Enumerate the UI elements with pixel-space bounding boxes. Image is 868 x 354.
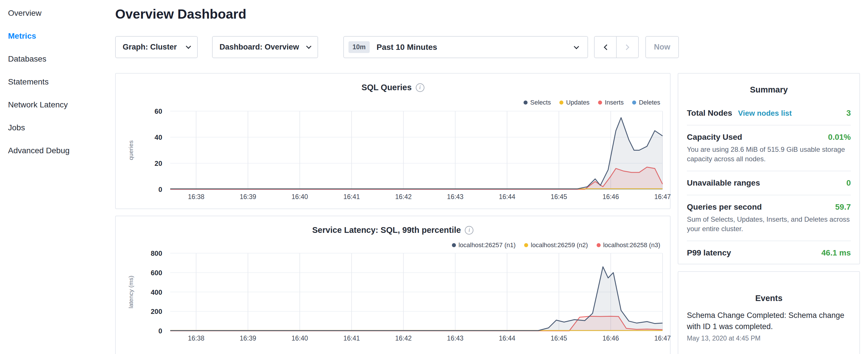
chart-title: SQL Queries — [361, 83, 411, 92]
svg-text:16:45: 16:45 — [551, 334, 567, 342]
svg-text:16:38: 16:38 — [188, 193, 205, 200]
now-button[interactable]: Now — [645, 36, 679, 58]
svg-text:16:38: 16:38 — [188, 334, 205, 342]
svg-text:16:41: 16:41 — [343, 193, 360, 200]
sidebar-item-databases[interactable]: Databases — [0, 47, 115, 70]
chevron-down-icon — [186, 43, 191, 49]
svg-text:0: 0 — [158, 186, 162, 193]
legend-label: localhost:26259 (n2) — [531, 242, 588, 249]
summary-label: P99 latency — [687, 248, 731, 257]
svg-text:20: 20 — [154, 160, 162, 167]
svg-text:200: 200 — [151, 308, 162, 315]
svg-text:16:42: 16:42 — [395, 334, 412, 342]
legend-dot-icon — [559, 100, 563, 104]
svg-text:600: 600 — [151, 269, 162, 277]
summary-value: 46.1 ms — [821, 248, 851, 257]
legend-dot-icon — [597, 243, 601, 247]
svg-text:16:47: 16:47 — [654, 334, 671, 342]
graph-scope-dropdown[interactable]: Graph: Cluster — [115, 36, 198, 58]
view-nodes-list-link[interactable]: View nodes list — [738, 109, 792, 118]
summary-label: Total Nodes — [687, 108, 732, 118]
now-button-label: Now — [654, 43, 670, 52]
legend-item[interactable]: localhost:26257 (n1) — [452, 242, 516, 249]
info-icon[interactable] — [416, 83, 425, 92]
sidebar-item-advanced-debug[interactable]: Advanced Debug — [0, 139, 115, 162]
service-latency-chart-card: Service Latency: SQL, 99th percentile lo… — [115, 216, 671, 354]
summary-value: 0.01% — [828, 133, 851, 142]
legend-item[interactable]: Deletes — [632, 99, 660, 106]
svg-text:queries: queries — [127, 140, 134, 160]
chevron-right-icon — [624, 44, 629, 50]
svg-text:16:39: 16:39 — [240, 193, 256, 200]
sidebar-item-jobs[interactable]: Jobs — [0, 116, 115, 139]
chart-legend: SelectsUpdatesInsertsDeletes — [524, 99, 660, 106]
chart-legend: localhost:26257 (n1)localhost:26259 (n2)… — [452, 242, 660, 249]
chart-title: Service Latency: SQL, 99th percentile — [312, 225, 461, 235]
summary-label: Capacity Used — [687, 133, 742, 142]
sql-queries-chart[interactable]: 020406016:3816:3916:4016:4116:4216:4316:… — [116, 74, 671, 210]
summary-row-queries-per-second: Queries per second 59.7 Sum of Selects, … — [687, 195, 851, 241]
legend-dot-icon — [598, 100, 602, 104]
legend-dot-icon — [632, 100, 636, 104]
chevron-down-icon — [574, 44, 579, 49]
summary-title: Summary — [687, 85, 851, 95]
svg-text:16:46: 16:46 — [602, 193, 619, 200]
summary-row-total-nodes: Total Nodes View nodes list 3 — [687, 101, 851, 125]
svg-text:16:43: 16:43 — [447, 334, 464, 342]
graph-scope-label: Graph: Cluster — [123, 43, 177, 52]
svg-text:800: 800 — [151, 250, 162, 257]
dashboard-dropdown[interactable]: Dashboard: Overview — [212, 36, 318, 58]
legend-item[interactable]: localhost:26259 (n2) — [524, 242, 588, 249]
svg-text:16:45: 16:45 — [551, 193, 567, 200]
chart-header: Service Latency: SQL, 99th percentile — [116, 225, 670, 235]
chart-header: SQL Queries — [116, 83, 670, 92]
sidebar-item-metrics[interactable]: Metrics — [0, 25, 115, 47]
legend-label: Updates — [566, 99, 589, 106]
svg-text:16:44: 16:44 — [499, 334, 516, 342]
legend-label: Selects — [530, 99, 551, 106]
time-step-back-button[interactable] — [594, 36, 617, 58]
time-range-label: Past 10 Minutes — [376, 43, 437, 52]
summary-label: Queries per second — [687, 202, 762, 212]
chevron-down-icon — [306, 43, 311, 49]
svg-text:16:39: 16:39 — [240, 334, 256, 342]
svg-text:16:46: 16:46 — [602, 334, 619, 342]
svg-text:0: 0 — [158, 327, 162, 335]
time-step-forward-button[interactable] — [616, 36, 639, 58]
legend-dot-icon — [524, 243, 528, 247]
svg-text:latency (ms): latency (ms) — [127, 276, 134, 308]
legend-label: Deletes — [639, 99, 660, 106]
sidebar-item-network-latency[interactable]: Network Latency — [0, 93, 115, 116]
legend-label: localhost:26257 (n1) — [459, 242, 516, 249]
summary-value: 3 — [846, 108, 851, 118]
page-title: Overview Dashboard — [115, 6, 246, 22]
legend-item[interactable]: Inserts — [598, 99, 624, 106]
event-timestamp: May 13, 2020 at 4:45 PM — [687, 334, 851, 342]
svg-text:16:47: 16:47 — [654, 193, 671, 200]
legend-label: localhost:26258 (n3) — [603, 242, 660, 249]
time-range-badge: 10m — [348, 41, 370, 53]
time-step-buttons — [594, 36, 639, 58]
svg-text:16:40: 16:40 — [291, 193, 308, 200]
svg-text:16:42: 16:42 — [395, 193, 412, 200]
event-message: Schema Change Completed: Schema change w… — [687, 310, 851, 332]
main-content: Overview Dashboard Graph: Cluster Dashbo… — [115, 0, 671, 354]
legend-item[interactable]: Updates — [559, 99, 589, 106]
event-item[interactable]: Schema Change Completed: Schema change w… — [687, 310, 851, 342]
legend-item[interactable]: Selects — [524, 99, 551, 106]
events-title: Events — [687, 294, 851, 303]
summary-value: 0 — [846, 179, 851, 188]
svg-text:40: 40 — [154, 133, 162, 141]
sidebar-item-statements[interactable]: Statements — [0, 70, 115, 93]
summary-row-unavailable-ranges: Unavailable ranges 0 — [687, 171, 851, 195]
dashboard-label: Dashboard: Overview — [219, 43, 299, 52]
sidebar-item-overview[interactable]: Overview — [0, 2, 115, 25]
info-icon[interactable] — [465, 226, 473, 234]
legend-item[interactable]: localhost:26258 (n3) — [597, 242, 660, 249]
sidebar: Overview Metrics Databases Statements Ne… — [0, 0, 115, 354]
sql-queries-chart-card: SQL Queries SelectsUpdatesInsertsDeletes… — [115, 73, 671, 209]
service-latency-chart[interactable]: 020040060080016:3816:3916:4016:4116:4216… — [116, 216, 671, 354]
legend-label: Inserts — [604, 99, 624, 106]
time-range-selector[interactable]: 10m Past 10 Minutes — [343, 36, 588, 58]
legend-dot-icon — [452, 243, 456, 247]
